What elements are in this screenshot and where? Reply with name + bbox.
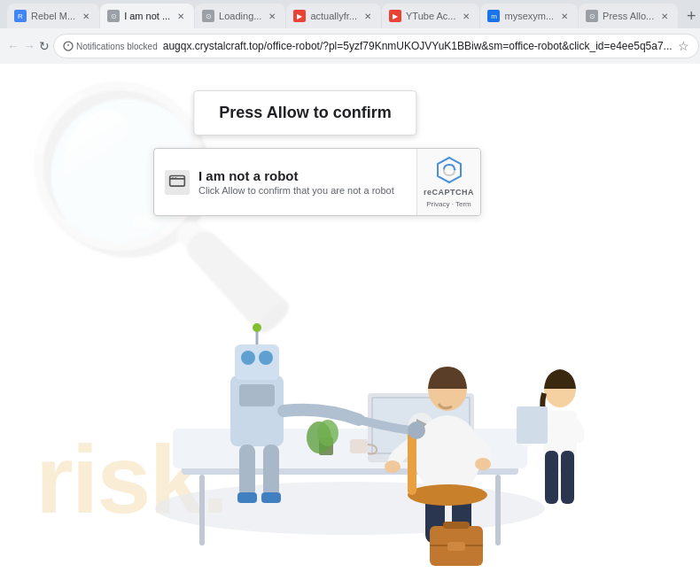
reload-button[interactable]: ↻	[39, 34, 50, 58]
svg-point-38	[259, 351, 273, 365]
svg-point-40	[253, 323, 261, 332]
address-bar[interactable]: Notifications blocked augqx.crystalcraft…	[53, 34, 699, 58]
tab-mysexy[interactable]: m mysexym... ✕	[480, 4, 578, 28]
tab-label-pressallo: Press Allo...	[603, 11, 654, 21]
tab-label-rebel: Rebel M...	[31, 11, 75, 21]
recaptcha-label: reCAPTCHA	[424, 188, 474, 197]
notifications-blocked-icon: Notifications blocked	[63, 41, 158, 51]
svg-rect-30	[545, 451, 558, 504]
tab-ytube[interactable]: ▶ YTube Ac... ✕	[382, 4, 479, 28]
svg-point-37	[241, 351, 255, 365]
security-label: Notifications blocked	[76, 42, 158, 51]
captcha-title: I am not a robot	[198, 168, 394, 183]
svg-rect-49	[350, 439, 368, 453]
tab-close-rebel[interactable]: ✕	[80, 10, 92, 22]
robot-scene	[93, 181, 607, 588]
url-text: augqx.crystalcraft.top/office-robot/?pl=…	[163, 40, 673, 52]
tab-label-captcha: I am not ...	[124, 11, 170, 21]
tab-favicon-rebel: R	[14, 10, 27, 22]
svg-rect-36	[235, 344, 279, 380]
tab-captcha[interactable]: ⊙ I am not ... ✕	[100, 4, 194, 28]
tab-label-ytube: YTube Ac...	[406, 11, 455, 21]
tab-actually[interactable]: ▶ actuallyfr... ✕	[286, 4, 381, 28]
svg-point-24	[475, 458, 491, 470]
tab-favicon-ytube: ▶	[389, 10, 401, 22]
svg-rect-31	[561, 451, 574, 504]
svg-rect-45	[261, 492, 281, 503]
tab-favicon-pressallo: ⊙	[586, 10, 598, 22]
svg-point-23	[385, 460, 401, 473]
back-button[interactable]: ←	[7, 34, 19, 58]
title-bar: R Rebel M... ✕ ⊙ I am not ... ✕ ⊙ Loadin…	[0, 0, 700, 28]
page-content: 🔍 risk.	[0, 64, 700, 588]
svg-rect-43	[263, 445, 279, 498]
svg-rect-33	[517, 406, 548, 444]
svg-rect-42	[239, 445, 255, 498]
svg-rect-53	[447, 542, 465, 551]
tab-favicon-actually: ▶	[293, 10, 306, 22]
tab-favicon-captcha: ⊙	[107, 10, 120, 22]
recaptcha-links: Privacy · Term	[426, 200, 471, 208]
svg-rect-13	[199, 475, 205, 545]
captcha-text-area: I am not a robot Click Allow to confirm …	[198, 168, 394, 196]
recaptcha-logo	[435, 156, 463, 184]
svg-rect-44	[237, 492, 257, 503]
tab-favicon-loading: ⊙	[202, 10, 214, 22]
tab-strip: R Rebel M... ✕ ⊙ I am not ... ✕ ⊙ Loadin…	[7, 0, 700, 28]
svg-point-41	[408, 422, 425, 439]
press-allow-button[interactable]: Press Allow to confirm	[193, 90, 416, 135]
captcha-box: I am not a robot Click Allow to confirm …	[153, 148, 481, 216]
captcha-window-icon	[165, 170, 190, 195]
svg-point-27	[408, 484, 487, 506]
tab-close-captcha[interactable]: ✕	[175, 10, 187, 22]
tab-close-pressallo[interactable]: ✕	[658, 10, 671, 22]
captcha-left: I am not a robot Click Allow to confirm …	[154, 149, 416, 215]
tab-label-loading: Loading...	[219, 11, 261, 21]
captcha-right: reCAPTCHA Privacy · Term	[416, 149, 480, 215]
tab-label-mysexy: mysexym...	[504, 11, 554, 21]
tab-close-actually[interactable]: ✕	[362, 10, 374, 22]
forward-button[interactable]: →	[23, 34, 35, 58]
svg-point-48	[317, 420, 338, 446]
tab-close-mysexy[interactable]: ✕	[558, 10, 571, 22]
tab-loading[interactable]: ⊙ Loading... ✕	[195, 4, 285, 28]
svg-point-11	[155, 482, 545, 535]
tab-close-ytube[interactable]: ✕	[460, 10, 472, 22]
tab-close-loading[interactable]: ✕	[266, 10, 278, 22]
captcha-subtitle: Click Allow to confirm that you are not …	[198, 185, 394, 196]
svg-rect-14	[495, 475, 501, 545]
svg-rect-35	[239, 384, 275, 406]
bookmark-icon[interactable]: ☆	[678, 39, 689, 53]
svg-rect-51	[443, 522, 470, 529]
scene-illustration	[93, 181, 607, 588]
tab-pressallo[interactable]: ⊙ Press Allo... ✕	[579, 4, 678, 28]
browser-frame: R Rebel M... ✕ ⊙ I am not ... ✕ ⊙ Loadin…	[0, 0, 700, 588]
tab-label-actually: actuallyfr...	[310, 11, 357, 21]
tab-favicon-mysexy: m	[487, 10, 500, 22]
tab-rebel[interactable]: R Rebel M... ✕	[7, 4, 99, 28]
new-tab-button[interactable]: +	[679, 4, 700, 28]
toolbar: ← → ↻ Notifications blocked augqx.crysta…	[0, 28, 700, 64]
